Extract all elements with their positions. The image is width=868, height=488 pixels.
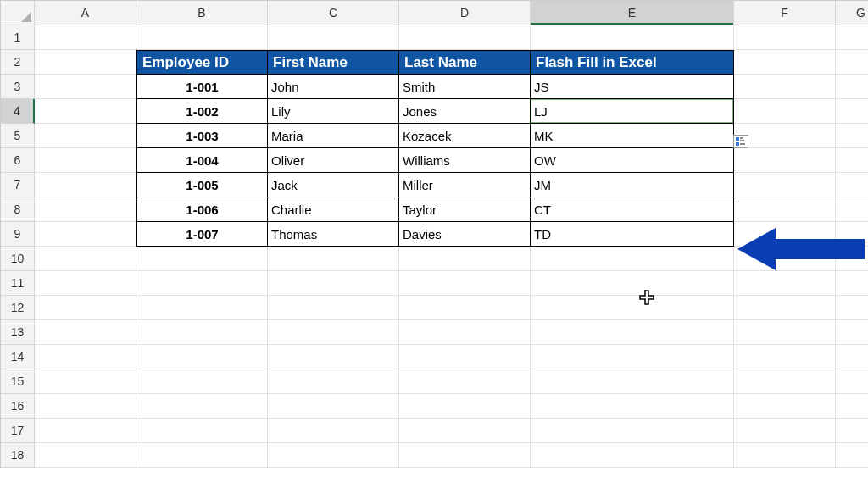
cell-g18[interactable] — [836, 443, 868, 468]
row-header-14[interactable]: 14 — [1, 345, 35, 369]
cell-f1[interactable] — [734, 25, 836, 50]
cell-g8[interactable] — [836, 197, 868, 222]
cell-g2[interactable] — [836, 50, 868, 75]
cell-c6[interactable]: Oliver — [268, 148, 399, 173]
cell-c17[interactable] — [268, 419, 399, 443]
cell-c14[interactable] — [268, 345, 399, 369]
cell-a9[interactable] — [35, 222, 136, 247]
row-header-7[interactable]: 7 — [1, 173, 35, 197]
cell-e14[interactable] — [531, 345, 734, 369]
cell-b9[interactable]: 1-007 — [136, 222, 268, 247]
cell-b5[interactable]: 1-003 — [136, 124, 268, 148]
cell-a4[interactable] — [35, 99, 136, 124]
cell-f14[interactable] — [734, 345, 836, 369]
cell-c9[interactable]: Thomas — [268, 222, 399, 247]
row-header-13[interactable]: 13 — [1, 320, 35, 345]
cell-e13[interactable] — [531, 320, 734, 345]
cell-a5[interactable] — [35, 124, 136, 148]
cell-g14[interactable] — [836, 345, 868, 369]
cell-c7[interactable]: Jack — [268, 173, 399, 197]
cell-f16[interactable] — [734, 394, 836, 419]
cell-b1[interactable] — [136, 25, 268, 50]
cell-d5[interactable]: Kozacek — [399, 124, 531, 148]
cell-a11[interactable] — [35, 271, 136, 296]
cell-c5[interactable]: Maria — [268, 124, 399, 148]
row-header-6[interactable]: 6 — [1, 148, 35, 173]
cell-c12[interactable] — [268, 296, 399, 320]
cell-f6[interactable] — [734, 148, 836, 173]
row-header-12[interactable]: 12 — [1, 296, 35, 320]
row-header-5[interactable]: 5 — [1, 124, 35, 148]
cell-d14[interactable] — [399, 345, 531, 369]
row-header-16[interactable]: 16 — [1, 394, 35, 419]
col-header-c[interactable]: C — [268, 1, 399, 25]
cell-b14[interactable] — [136, 345, 268, 369]
cell-a18[interactable] — [35, 443, 136, 468]
row-header-11[interactable]: 11 — [1, 271, 35, 296]
cell-f4[interactable] — [734, 99, 836, 124]
col-header-b[interactable]: B — [136, 1, 268, 25]
row-header-4[interactable]: 4 — [1, 99, 35, 124]
cell-b8[interactable]: 1-006 — [136, 197, 268, 222]
cell-f3[interactable] — [734, 75, 836, 99]
cell-g13[interactable] — [836, 320, 868, 345]
cell-c10[interactable] — [268, 247, 399, 271]
row-header-18[interactable]: 18 — [1, 443, 35, 468]
cell-e12[interactable] — [531, 296, 734, 320]
cell-e4[interactable]: LJ — [531, 99, 734, 124]
cell-g5[interactable] — [836, 124, 868, 148]
cell-d12[interactable] — [399, 296, 531, 320]
cell-a6[interactable] — [35, 148, 136, 173]
cell-g7[interactable] — [836, 173, 868, 197]
cell-d9[interactable]: Davies — [399, 222, 531, 247]
row-header-10[interactable]: 10 — [1, 247, 35, 271]
cell-d17[interactable] — [399, 419, 531, 443]
cell-a14[interactable] — [35, 345, 136, 369]
cell-d11[interactable] — [399, 271, 531, 296]
cell-e16[interactable] — [531, 394, 734, 419]
cell-b7[interactable]: 1-005 — [136, 173, 268, 197]
cell-d13[interactable] — [399, 320, 531, 345]
cell-e18[interactable] — [531, 443, 734, 468]
cell-g6[interactable] — [836, 148, 868, 173]
col-header-d[interactable]: D — [399, 1, 531, 25]
cell-b10[interactable] — [136, 247, 268, 271]
cell-c1[interactable] — [268, 25, 399, 50]
cell-c13[interactable] — [268, 320, 399, 345]
cell-b11[interactable] — [136, 271, 268, 296]
cell-f7[interactable] — [734, 173, 836, 197]
cell-e17[interactable] — [531, 419, 734, 443]
cell-b18[interactable] — [136, 443, 268, 468]
cell-e1[interactable] — [531, 25, 734, 50]
cell-b3[interactable]: 1-001 — [136, 75, 268, 99]
row-header-3[interactable]: 3 — [1, 75, 35, 99]
cell-a7[interactable] — [35, 173, 136, 197]
row-header-2[interactable]: 2 — [1, 50, 35, 75]
cell-d4[interactable]: Jones — [399, 99, 531, 124]
cell-d2[interactable]: Last Name — [399, 50, 531, 75]
cell-d3[interactable]: Smith — [399, 75, 531, 99]
cell-e7[interactable]: JM — [531, 173, 734, 197]
cell-f17[interactable] — [734, 419, 836, 443]
cell-g17[interactable] — [836, 419, 868, 443]
cell-c16[interactable] — [268, 394, 399, 419]
cell-b6[interactable]: 1-004 — [136, 148, 268, 173]
cell-f12[interactable] — [734, 296, 836, 320]
cell-c18[interactable] — [268, 443, 399, 468]
row-header-1[interactable]: 1 — [1, 25, 35, 50]
cell-g3[interactable] — [836, 75, 868, 99]
cell-b4[interactable]: 1-002 — [136, 99, 268, 124]
cell-d16[interactable] — [399, 394, 531, 419]
cell-a12[interactable] — [35, 296, 136, 320]
row-header-9[interactable]: 9 — [1, 222, 35, 247]
row-header-8[interactable]: 8 — [1, 197, 35, 222]
cell-a1[interactable] — [35, 25, 136, 50]
cell-g16[interactable] — [836, 394, 868, 419]
cell-c4[interactable]: Lily — [268, 99, 399, 124]
cell-e9[interactable]: TD — [531, 222, 734, 247]
cell-a8[interactable] — [35, 197, 136, 222]
cell-d6[interactable]: Williams — [399, 148, 531, 173]
row-header-17[interactable]: 17 — [1, 419, 35, 443]
cell-f13[interactable] — [734, 320, 836, 345]
cell-f2[interactable] — [734, 50, 836, 75]
